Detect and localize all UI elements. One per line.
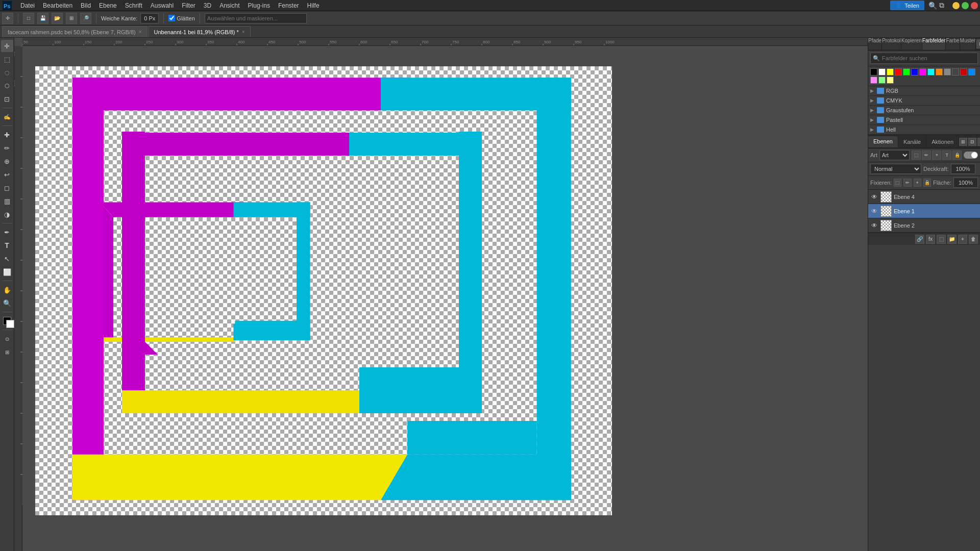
- filter-adjust-btn[interactable]: ✏: [922, 151, 931, 160]
- blend-mode-select[interactable]: Normal Multiplizieren Abwedeln: [870, 164, 921, 174]
- layers-action-lock[interactable]: ⊞: [959, 138, 967, 146]
- quick-mask-btn[interactable]: ⊙: [1, 333, 13, 345]
- menu-item-3d[interactable]: 3D: [200, 1, 215, 10]
- color-group-graustufen[interactable]: ▶ Graustufen: [868, 106, 980, 115]
- menu-item-bearbeiten[interactable]: Bearbeiten: [39, 1, 77, 10]
- move-tool[interactable]: ✛: [1, 40, 13, 52]
- menu-item-bild[interactable]: Bild: [77, 1, 95, 10]
- close-button[interactable]: [971, 2, 978, 9]
- swatch-lightyellow[interactable]: [887, 77, 894, 84]
- color-group-pastell[interactable]: ▶ Pastell: [868, 115, 980, 125]
- type-tool[interactable]: T: [1, 239, 13, 252]
- swatch-cyan[interactable]: [927, 68, 935, 76]
- glatten-checkbox[interactable]: [168, 15, 175, 21]
- hand-tool[interactable]: ✋: [1, 284, 13, 296]
- zoom-tool[interactable]: 🔍: [1, 297, 13, 309]
- swatch-black[interactable]: [870, 68, 877, 76]
- link-layers-btn[interactable]: 🔗: [915, 235, 924, 244]
- maximize-button[interactable]: [962, 2, 969, 9]
- move-tool-option[interactable]: ✛: [2, 13, 13, 24]
- tab-farbfelder[interactable]: Farbfelder: [922, 38, 946, 50]
- lock-all-btn[interactable]: 🔒: [923, 179, 931, 187]
- tab-muster[interactable]: Muster: [960, 38, 976, 50]
- arrange-icon[interactable]: ⧉: [939, 1, 944, 10]
- pen-tool[interactable]: ✒: [1, 226, 13, 238]
- swatch-darkgray[interactable]: [952, 68, 959, 76]
- lock-move-btn[interactable]: +: [914, 179, 921, 187]
- color-group-cmyk[interactable]: ▶ CMYK: [868, 96, 980, 106]
- screen-mode-btn[interactable]: ⊞: [1, 346, 13, 358]
- color-picker[interactable]: [1, 315, 13, 327]
- tab-close-unbenannt[interactable]: ×: [242, 29, 245, 35]
- save-btn[interactable]: 💾: [37, 13, 48, 24]
- new-group-btn[interactable]: 📁: [947, 235, 957, 244]
- filter-type-select[interactable]: Art Name Effekt: [879, 150, 910, 160]
- share-button[interactable]: 👤 Teilen: [890, 1, 924, 10]
- menu-item-ebene[interactable]: Ebene: [95, 1, 121, 10]
- swatch-pink[interactable]: [870, 77, 877, 84]
- layer-visibility-ebene1[interactable]: 👁: [870, 207, 878, 215]
- background-color[interactable]: [6, 320, 14, 328]
- filter-pixel-btn[interactable]: ⬚: [912, 151, 921, 160]
- tab-kopieren[interactable]: Kopieren: [901, 38, 922, 50]
- swatch-darkred[interactable]: [960, 68, 967, 76]
- canvas-viewport[interactable]: [22, 46, 868, 551]
- lock-paint-btn[interactable]: ✏: [903, 179, 911, 187]
- filter-toggle[interactable]: [964, 152, 978, 159]
- swatch-green[interactable]: [903, 68, 910, 76]
- object-selection-tool[interactable]: ⬡: [1, 80, 13, 92]
- filter-smart-btn[interactable]: 🔒: [952, 151, 962, 160]
- swatch-lightblue[interactable]: [968, 68, 975, 76]
- gradient-tool[interactable]: ▥: [1, 195, 13, 207]
- menu-item-schrift[interactable]: Schrift: [121, 1, 146, 10]
- shape-tool[interactable]: ⬜: [1, 266, 13, 278]
- swatch-lightgreen[interactable]: [878, 77, 886, 84]
- glatten-checkbox-label[interactable]: Glätten: [168, 15, 194, 21]
- crop-tool[interactable]: ⊡: [1, 93, 13, 105]
- select-mask-input[interactable]: [205, 13, 307, 23]
- swatch-gray[interactable]: [944, 68, 951, 76]
- arrange-btn[interactable]: ⊞: [66, 13, 77, 24]
- delete-layer-btn[interactable]: 🗑: [969, 235, 978, 244]
- tab-aktionen[interactable]: Aktionen: [926, 137, 959, 147]
- color-search-input[interactable]: [882, 55, 975, 61]
- layer-item-ebene4[interactable]: 👁 Ebene 4: [868, 190, 980, 204]
- dodge-tool[interactable]: ◑: [1, 208, 13, 220]
- layer-visibility-ebene4[interactable]: 👁: [870, 193, 878, 201]
- layers-action-add[interactable]: ⊟: [968, 138, 976, 146]
- swatch-magenta[interactable]: [919, 68, 926, 76]
- menu-item-filter[interactable]: Filter: [178, 1, 200, 10]
- color-group-rgb[interactable]: ▶ RGB: [868, 86, 980, 96]
- menu-item-datei[interactable]: Datei: [16, 1, 39, 10]
- tab-facecam[interactable]: facecam rahmen.psdc bei 50,8% (Ebene 7, …: [2, 26, 148, 37]
- menu-item-ansicht[interactable]: Ansicht: [215, 1, 243, 10]
- menu-item-fenster[interactable]: Fenster: [274, 1, 303, 10]
- panel-action-btn-1[interactable]: ⊞: [976, 39, 980, 48]
- add-style-btn[interactable]: fx: [926, 235, 935, 244]
- swatch-red[interactable]: [895, 68, 902, 76]
- layers-action-delete[interactable]: 🗑: [977, 138, 980, 146]
- new-layer-bottom-btn[interactable]: +: [958, 235, 967, 244]
- add-mask-btn[interactable]: ⬚: [937, 235, 946, 244]
- lock-position-btn[interactable]: ⬚: [894, 179, 901, 187]
- menu-item-hilfe[interactable]: Hilfe: [303, 1, 324, 10]
- brush-tool[interactable]: ✏: [1, 142, 13, 154]
- eyedropper-tool[interactable]: ✍: [1, 111, 13, 123]
- tab-unbenannt[interactable]: Unbenannt-1 bei 81,9% (RGB/8) * ×: [149, 26, 251, 37]
- fill-input[interactable]: [953, 178, 978, 188]
- tab-ebenen[interactable]: Ebenen: [868, 136, 898, 147]
- lasso-tool[interactable]: ◌: [1, 66, 13, 79]
- clone-stamp-tool[interactable]: ⊕: [1, 155, 13, 167]
- tab-kanaele[interactable]: Kanäle: [898, 137, 926, 147]
- zoom-btn[interactable]: 🔎: [80, 13, 91, 24]
- rectangular-marquee-tool[interactable]: ⬚: [1, 53, 13, 65]
- path-selection-tool[interactable]: ↖: [1, 253, 13, 265]
- search-icon[interactable]: 🔍: [928, 2, 937, 10]
- filter-shape-btn[interactable]: T: [942, 151, 951, 160]
- new-layer-btn[interactable]: □: [23, 13, 34, 24]
- color-group-hell[interactable]: ▶ Hell: [868, 125, 980, 135]
- tab-pfade[interactable]: Pfade: [868, 38, 882, 50]
- layer-item-ebene1[interactable]: 👁 Ebene 1: [868, 204, 980, 218]
- tab-close-facecam[interactable]: ×: [139, 29, 142, 35]
- swatch-orange[interactable]: [936, 68, 943, 76]
